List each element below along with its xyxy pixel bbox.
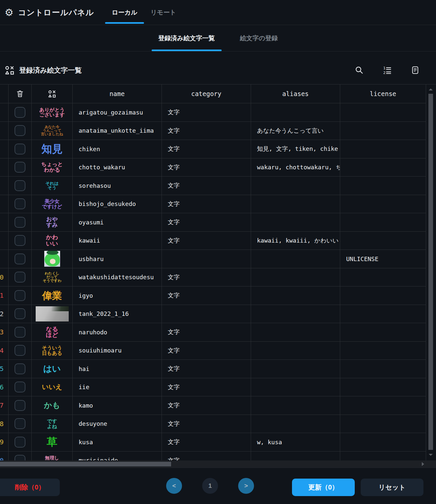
table-row: 3 知見 chiken 文字 知見, 文字, tiken, chike [0,140,426,158]
chevron-left-icon: < [172,482,176,489]
emoji-preview: 偉業 [42,290,62,301]
emoji-preview: ちょっとわかる [41,162,63,173]
row-checkbox[interactable] [15,345,25,356]
emoji-name: chiken [79,146,100,152]
emoji-name: iie [79,384,90,390]
emoji-preview: それはそう [46,181,59,190]
emoji-preview: 無理しないで [45,455,59,460]
row-checkbox[interactable] [15,363,25,374]
row-checkbox[interactable] [15,455,25,460]
row-checkbox[interactable] [15,272,25,283]
row-number: 19 [0,438,4,446]
emoji-name: chotto_wakaru [79,164,125,171]
emoji-category: 文字 [168,456,180,460]
sort-button[interactable]: 1 2 [382,65,392,75]
delete-button[interactable]: 削除（0） [0,479,60,496]
logs-button[interactable] [410,65,420,75]
row-number: 11 [0,291,4,299]
row-checkbox[interactable] [15,382,25,392]
row-checkbox[interactable] [15,180,25,191]
emoji-preview [44,251,60,267]
row-checkbox[interactable] [15,400,25,411]
table-header-row: name category aliases license [0,84,426,103]
row-checkbox[interactable] [15,125,25,136]
emoji-preview: ですよね [47,419,57,429]
row-checkbox[interactable] [15,162,25,173]
row-checkbox[interactable] [15,107,25,118]
section-header: 登録済み絵文字一覧 1 2 [0,51,436,84]
emoji-name: igyo [79,292,93,299]
aliases-column-header: aliases [251,84,340,103]
emoji-column-header [32,84,73,103]
emoji-preview: おやすみ [46,217,58,228]
tab-local-label: ローカル [112,8,137,17]
emoji-name: anataima_unkotte_iima [79,127,154,134]
table-row: 7 おやすみ oyasumi 文字 [0,213,426,232]
emoji-name: tank_2022_1_16 [79,310,129,317]
emoji-category: 文字 [168,237,180,245]
emoji-name: desuyone [79,420,107,427]
row-checkbox[interactable] [15,198,25,209]
emoji-category: 文字 [168,163,180,171]
prev-page-button[interactable]: < [166,478,182,494]
emoji-name: bishojo_desukedo [79,200,136,207]
emoji-category: 文字 [168,328,180,336]
gear-icon: ⚙ [5,8,14,17]
section-toolbar: 1 2 [354,65,420,75]
row-checkbox[interactable] [15,290,25,301]
row-checkbox[interactable] [15,235,25,246]
tab-local[interactable]: ローカル [105,0,144,25]
emoji-category: 文字 [168,420,180,428]
table-row: 5 それはそう sorehasou 文字 [0,177,426,195]
row-checkbox[interactable] [15,308,25,319]
emoji-license: UNLICENSE [346,255,379,262]
table-row: 11 偉業 igyo 文字 [0,286,426,305]
row-checkbox[interactable] [15,437,25,448]
row-checkbox[interactable] [15,253,25,264]
emoji-category: 文字 [168,383,180,391]
horizontal-scrollbar-thumb[interactable] [0,462,171,466]
row-checkbox[interactable] [15,418,25,429]
emoji-preview: はい [43,364,61,373]
numbered-list-icon: 1 2 [383,66,392,75]
scroll-down-icon[interactable] [429,454,433,456]
vertical-scrollbar[interactable] [428,86,433,458]
scroll-up-icon[interactable] [429,88,433,90]
table-row: 18 ですよね desuyone 文字 [0,415,426,433]
subtab-register-label: 絵文字の登録 [240,34,278,43]
reset-button[interactable]: リセット [361,479,423,496]
header-tabs: ローカル リモート [105,0,183,25]
emoji-preview: ありがとうございます [39,107,65,118]
emoji-name: souiuhimoaru [79,347,122,354]
subtab-registered-emoji-list[interactable]: 登録済み絵文字一覧 [152,25,221,51]
tab-remote[interactable]: リモート [144,0,183,25]
row-checkbox[interactable] [15,217,25,228]
current-page-button[interactable]: 1 [202,478,218,494]
table-row: 19 草 kusa 文字 w, kusa [0,433,426,452]
emoji-category: 文字 [168,218,180,226]
row-number: 12 [0,310,4,318]
row-checkbox[interactable] [15,327,25,338]
table-row: 4 ちょっとわかる chotto_wakaru 文字 wakaru, chott… [0,158,426,177]
emoji-category: 文字 [168,182,180,189]
vertical-scrollbar-thumb[interactable] [428,94,433,450]
svg-text:1: 1 [383,66,385,70]
table-row: 1 ありがとうございます arigatou_gozaimasu 文字 [0,103,426,122]
subtab-register-emoji[interactable]: 絵文字の登録 [234,25,284,51]
row-number: 15 [0,365,4,373]
horizontal-scrollbar[interactable] [0,460,436,468]
emoji-category: 文字 [168,401,180,409]
next-page-button[interactable]: > [238,478,254,494]
row-number: 10 [0,273,4,281]
table-row: 9 usbharu UNLICENSE [0,250,426,268]
emoji-table: name category aliases license 1 ありがとうござい… [0,84,436,460]
search-button[interactable] [354,65,364,75]
license-column-header: license [340,84,426,103]
emoji-preview: あなた今うんこって言いましたね [41,125,63,136]
scroll-right-icon[interactable] [422,462,424,466]
subtab-registered-label: 登録済み絵文字一覧 [158,34,215,43]
row-checkbox[interactable] [15,144,25,154]
name-column-header: name [73,84,162,103]
emoji-preview: 草 [47,437,57,448]
update-button[interactable]: 更新（0） [292,479,355,496]
